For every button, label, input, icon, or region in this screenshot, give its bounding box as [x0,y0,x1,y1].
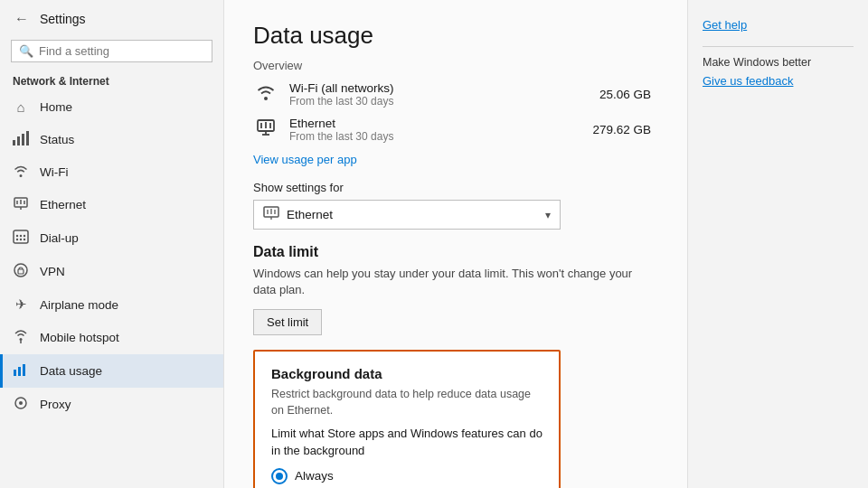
wifi-usage-name: Wi-Fi (all networks) [289,81,589,95]
sidebar-item-dialup[interactable]: Dial-up [0,221,223,255]
bg-data-desc: Restrict background data to help reduce … [271,387,542,418]
proxy-icon [13,396,29,413]
feedback-link[interactable]: Give us feedback [703,74,854,88]
sidebar-item-vpn-label: VPN [40,265,65,278]
make-windows-label: Make Windows better [703,56,854,69]
svg-rect-16 [18,269,24,274]
sidebar: ← Settings 🔍 Network & Internet ⌂ Home S… [0,0,224,488]
ethernet-dropdown[interactable]: Ethernet ▾ [253,200,561,230]
wifi-usage-sub: From the last 30 days [289,95,589,108]
radio-always-label: Always [295,469,334,483]
sidebar-item-status[interactable]: Status [0,123,223,156]
svg-rect-2 [22,134,24,145]
dialup-icon [13,230,29,247]
page-title: Data usage [253,22,658,50]
status-icon [13,131,29,148]
ethernet-usage-amount: 279.62 GB [592,123,651,136]
ethernet-icon [13,196,29,213]
sidebar-header: ← Settings [0,0,223,36]
dropdown-text: Ethernet [287,208,538,221]
sidebar-item-home[interactable]: ⌂ Home [0,91,223,123]
search-input[interactable] [39,44,204,58]
main-content: Data usage Overview Wi-Fi (all networks)… [224,0,687,488]
wifi-icon [13,164,29,180]
svg-rect-1 [17,136,20,145]
svg-rect-18 [14,370,16,376]
search-box[interactable]: 🔍 [11,40,212,62]
sidebar-item-proxy-label: Proxy [40,398,71,411]
svg-rect-20 [23,364,25,376]
sidebar-item-dialup-label: Dial-up [40,231,79,245]
sidebar-item-wifi-label: Wi-Fi [40,165,68,179]
sidebar-item-datausage-label: Data usage [40,364,102,378]
overview-heading: Overview [253,59,658,72]
chevron-down-icon: ▾ [545,209,551,221]
divider [703,46,854,47]
sidebar-item-vpn[interactable]: VPN [0,255,223,288]
view-usage-link[interactable]: View usage per app [253,153,357,166]
svg-point-11 [20,235,22,237]
get-help-link[interactable]: Get help [703,18,854,32]
sidebar-item-hotspot-label: Mobile hotspot [40,331,119,344]
sidebar-item-ethernet-label: Ethernet [40,198,86,211]
sidebar-item-proxy[interactable]: Proxy [0,388,223,421]
sidebar-item-airplane-label: Airplane mode [40,298,118,312]
sidebar-item-datausage[interactable]: Data usage [0,354,223,388]
data-limit-title: Data limit [253,244,658,260]
ethernet-usage-info: Ethernet From the last 30 days [289,117,581,143]
bg-data-title: Background data [271,366,542,381]
svg-point-10 [16,235,18,237]
background-data-box: Background data Restrict background data… [253,350,561,488]
airplane-icon: ✈ [13,296,29,313]
back-button[interactable]: ← [11,9,33,29]
svg-point-13 [16,239,18,240]
wifi-usage-amount: 25.06 GB [599,88,651,101]
hotspot-icon [13,329,29,346]
svg-point-15 [24,239,25,240]
svg-rect-0 [13,140,15,145]
show-settings-label: Show settings for [253,181,658,194]
sidebar-item-ethernet[interactable]: Ethernet [0,188,223,221]
svg-point-12 [24,235,25,237]
svg-rect-3 [26,131,29,145]
wifi-usage-icon [253,83,278,106]
wifi-usage-info: Wi-Fi (all networks) From the last 30 da… [289,81,589,108]
sidebar-item-home-label: Home [40,100,72,114]
svg-point-23 [19,401,23,405]
wifi-usage-row: Wi-Fi (all networks) From the last 30 da… [253,81,658,108]
sidebar-item-airplane[interactable]: ✈ Airplane mode [0,288,223,321]
right-panel: Get help Make Windows better Give us fee… [687,0,868,488]
home-icon: ⌂ [13,99,29,115]
ethernet-usage-icon [253,118,278,141]
data-limit-desc: Windows can help you stay under your dat… [253,266,658,298]
bg-data-sub: Limit what Store apps and Windows featur… [271,426,542,458]
sidebar-title: Settings [40,12,86,26]
search-icon: 🔍 [19,44,33,58]
ethernet-usage-sub: From the last 30 days [289,130,581,143]
vpn-icon [13,263,29,280]
datausage-icon [13,362,29,380]
sidebar-item-status-label: Status [40,133,74,146]
set-limit-button[interactable]: Set limit [253,309,322,335]
radio-always-row[interactable]: Always [271,468,542,484]
svg-rect-19 [18,367,21,376]
ethernet-usage-row: Ethernet From the last 30 days 279.62 GB [253,117,658,143]
dropdown-ethernet-icon [263,206,279,223]
svg-point-14 [20,239,22,240]
radio-always-circle[interactable] [271,468,288,484]
sidebar-item-hotspot[interactable]: Mobile hotspot [0,321,223,354]
network-section-label: Network & Internet [0,70,223,91]
ethernet-usage-name: Ethernet [289,117,581,130]
sidebar-item-wifi[interactable]: Wi-Fi [0,156,223,188]
